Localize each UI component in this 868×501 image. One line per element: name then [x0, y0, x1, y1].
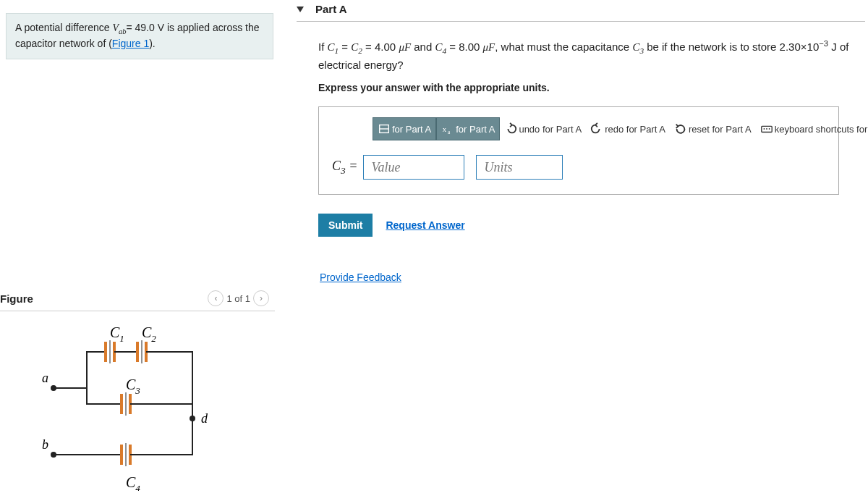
answer-panel: for Part A xa for Part A undo for Part A… [318, 106, 839, 195]
figure-panel: Figure ‹ 1 of 1 › C1 C2 C3 C4 a b d [0, 286, 275, 493]
svg-point-21 [766, 128, 767, 130]
part-header: Part A [297, 0, 865, 22]
problem-suffix: ). [149, 38, 156, 49]
svg-text:x: x [443, 125, 447, 133]
problem-prefix: A potential difference [15, 22, 112, 33]
label-C4: C4 [126, 474, 140, 491]
figure-next-button[interactable]: › [253, 290, 269, 306]
value-input[interactable]: Value [363, 155, 464, 180]
disclosure-triangle-icon[interactable] [297, 7, 304, 12]
part-title: Part A [315, 3, 347, 15]
instruction-text: Express your answer with the appropriate… [318, 82, 858, 93]
xsub-icon: xa [441, 122, 454, 135]
label-C2: C2 [142, 324, 156, 344]
submit-button[interactable]: Submit [318, 214, 373, 237]
request-answer-link[interactable]: Request Answer [386, 219, 464, 231]
label-d: d [201, 411, 208, 426]
reset-button[interactable]: reset for Part A [670, 118, 756, 140]
problem-statement: A potential difference Vab= 49.0 V is ap… [6, 13, 273, 59]
template-icon [378, 122, 391, 135]
label-b: b [42, 437, 48, 452]
figure-image: C1 C2 C3 C4 a b d [0, 311, 275, 493]
template-button-2[interactable]: xa for Part A [436, 117, 500, 140]
figure-prev-button[interactable]: ‹ [208, 290, 224, 306]
figure-link[interactable]: Figure 1 [112, 38, 149, 49]
question-text: If C1 = C2 = 4.00 μF and C4 = 8.00 μF, w… [318, 38, 858, 73]
template-button-1[interactable]: for Part A [373, 117, 436, 140]
label-C3: C3 [126, 376, 140, 396]
undo-button[interactable]: undo for Part A [500, 118, 586, 140]
keyboard-icon [760, 122, 773, 135]
var-V-sub: ab [119, 28, 127, 35]
svg-text:a: a [448, 130, 451, 136]
svg-point-20 [763, 128, 765, 130]
undo-icon [504, 122, 517, 135]
figure-nav-label: 1 of 1 [226, 293, 250, 304]
var-V: V [112, 22, 119, 33]
answer-toolbar: for Part A xa for Part A undo for Part A… [373, 117, 825, 140]
provide-feedback-link[interactable]: Provide Feedback [320, 271, 401, 283]
units-input[interactable]: Units [476, 155, 563, 180]
reset-icon [674, 122, 687, 135]
keyboard-button[interactable]: keyboard shortcuts for Part A [756, 118, 868, 140]
redo-button[interactable]: redo for Part A [586, 118, 670, 140]
answer-lhs: C3 = [332, 159, 357, 177]
label-a: a [42, 371, 48, 385]
figure-title: Figure [0, 292, 33, 305]
redo-icon [590, 122, 603, 135]
svg-point-22 [768, 128, 770, 130]
label-C1: C1 [110, 324, 124, 344]
